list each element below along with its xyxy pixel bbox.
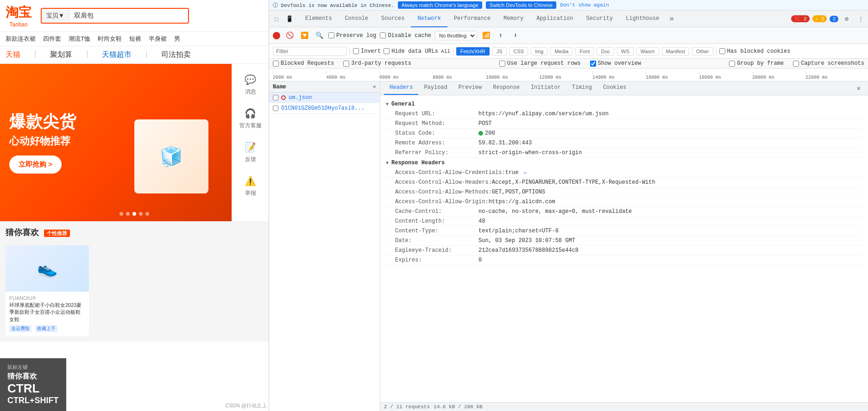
filter-fetch-xhr[interactable]: Fetch/XHR: [456, 47, 490, 56]
banner-cta[interactable]: 立即抢购 >: [9, 156, 62, 174]
always-match-btn[interactable]: Always match Chrome's language: [398, 1, 482, 9]
tab-security[interactable]: Security: [580, 11, 620, 27]
filter-js[interactable]: JS: [492, 47, 507, 56]
record-button[interactable]: [273, 32, 280, 39]
tab-lighthouse[interactable]: Lighthouse: [619, 11, 666, 27]
third-party-checkbox[interactable]: [343, 61, 349, 67]
detail-tab-response[interactable]: Response: [487, 81, 525, 95]
filter-font[interactable]: Font: [575, 47, 594, 56]
download-icon[interactable]: ⬇: [510, 30, 521, 41]
brand-juhuasuan[interactable]: 聚划算: [50, 50, 72, 60]
nav-item[interactable]: 新款连衣裙: [6, 35, 36, 43]
group-frame-label[interactable]: Group by frame: [729, 60, 784, 67]
nav-item[interactable]: 时尚女鞋: [98, 35, 122, 43]
detail-close-btn[interactable]: ✕: [853, 81, 864, 95]
dot-4[interactable]: [139, 212, 143, 216]
wifi-icon[interactable]: 📶: [480, 30, 491, 41]
nav-item[interactable]: 潮流T恤: [69, 35, 90, 43]
general-section-header[interactable]: General: [386, 99, 862, 109]
preserve-log-checkbox[interactable]: [328, 32, 334, 38]
tab-elements[interactable]: Elements: [299, 11, 339, 27]
filter-wasm[interactable]: Wasm: [636, 47, 659, 56]
dont-show-again[interactable]: Don't show again: [560, 2, 609, 8]
hide-data-urls-checkbox[interactable]: [384, 48, 390, 54]
tab-sources[interactable]: Sources: [375, 11, 411, 27]
disable-cache-label[interactable]: Disable cache: [380, 32, 431, 39]
dot-5[interactable]: [145, 212, 149, 216]
brand-tianmao[interactable]: 天猫: [6, 50, 20, 60]
close-detail-btn[interactable]: ✕: [373, 83, 376, 90]
dot-3[interactable]: [132, 212, 136, 216]
dot-1[interactable]: [120, 212, 123, 216]
capture-screenshots-checkbox[interactable]: [793, 61, 799, 67]
device-icon[interactable]: 📱: [284, 13, 295, 25]
filter-img[interactable]: Img: [531, 47, 547, 56]
filter-other[interactable]: Other: [692, 47, 713, 56]
search-icon[interactable]: 🔍: [314, 30, 325, 41]
throttle-select[interactable]: No throttling: [435, 31, 477, 40]
detail-tab-payload[interactable]: Payload: [418, 81, 453, 95]
large-rows-checkbox[interactable]: [499, 61, 505, 67]
nav-item[interactable]: 四件套: [43, 35, 61, 43]
search-input[interactable]: [69, 9, 162, 22]
detail-tab-timing[interactable]: Timing: [566, 81, 598, 95]
edit-icon[interactable]: ✏: [524, 170, 527, 175]
menu-service[interactable]: 🎧 官方客服: [239, 107, 262, 130]
filter-css[interactable]: CSS: [509, 47, 528, 56]
nav-item[interactable]: 男: [174, 35, 180, 43]
tab-performance[interactable]: Performance: [447, 11, 497, 27]
nav-item[interactable]: 半身裙: [149, 35, 167, 43]
tick-0: 2000 ms: [273, 75, 292, 80]
group-frame-checkbox[interactable]: [729, 61, 735, 67]
tab-more[interactable]: »: [666, 15, 678, 23]
filter-icon[interactable]: 🔽: [299, 30, 310, 41]
nav-item[interactable]: 短裤: [129, 35, 141, 43]
menu-feedback[interactable]: 📝 反馈: [244, 141, 257, 163]
menu-message[interactable]: 💬 消息: [244, 73, 257, 96]
tab-console[interactable]: Console: [339, 11, 375, 27]
tab-application[interactable]: Application: [530, 11, 579, 27]
detail-tab-headers[interactable]: Headers: [384, 81, 418, 95]
blocked-requests-label[interactable]: Blocked Requests: [273, 60, 334, 67]
brand-tianmaochaoshi[interactable]: 天猫超市: [102, 50, 132, 60]
brand-paimai[interactable]: 司法拍卖: [161, 50, 191, 60]
settings-icon[interactable]: ⚙: [841, 13, 852, 25]
req-checkbox-2[interactable]: [273, 106, 278, 111]
large-rows-label[interactable]: Use large request rows: [499, 60, 580, 67]
third-party-label[interactable]: 3rd-party requests: [343, 60, 411, 67]
detail-tab-initiator[interactable]: Initiator: [525, 81, 566, 95]
show-overview-checkbox[interactable]: [590, 61, 596, 67]
detail-tab-cookies[interactable]: Cookies: [598, 81, 632, 95]
request-item-um-json[interactable]: um.json: [269, 93, 380, 103]
menu-report[interactable]: ⚠️ 举报: [244, 174, 257, 197]
preserve-log-label[interactable]: Preserve log: [328, 32, 376, 39]
invert-label[interactable]: Invert: [353, 48, 381, 55]
show-overview-label[interactable]: Show overview: [590, 60, 642, 67]
capture-screenshots-label[interactable]: Capture screenshots: [793, 60, 864, 67]
detail-tab-preview[interactable]: Preview: [453, 81, 487, 95]
has-blocked-label[interactable]: Has blocked cookies: [719, 48, 791, 55]
switch-devtools-btn[interactable]: Switch DevTools to Chinese: [486, 1, 556, 9]
more-icon[interactable]: ⋮: [855, 13, 866, 25]
invert-checkbox[interactable]: [353, 48, 359, 54]
filter-input[interactable]: [273, 47, 347, 56]
req-checkbox-1[interactable]: [273, 95, 278, 100]
filter-manifest[interactable]: Manifest: [662, 47, 690, 56]
product-collect[interactable]: 收藏上千: [35, 325, 57, 332]
has-blocked-checkbox[interactable]: [719, 48, 725, 54]
request-item-o1cn[interactable]: O1CN01GZ8Gm51DHyo7asl8...: [269, 103, 380, 114]
clear-icon[interactable]: 🚫: [284, 30, 295, 41]
filter-ws[interactable]: WS: [617, 47, 634, 56]
tab-memory[interactable]: Memory: [497, 11, 530, 27]
disable-cache-checkbox[interactable]: [380, 32, 386, 38]
response-headers-section-header[interactable]: Response Headers: [386, 158, 862, 168]
inspect-icon[interactable]: ⬚: [271, 13, 282, 25]
dot-2[interactable]: [126, 212, 130, 216]
tab-network[interactable]: Network: [411, 11, 447, 27]
hide-data-urls-label[interactable]: Hide data URLs: [384, 48, 438, 55]
filter-media[interactable]: Media: [550, 47, 572, 56]
blocked-requests-checkbox[interactable]: [273, 61, 279, 67]
product-shipping[interactable]: 送运费险: [9, 325, 31, 332]
filter-doc[interactable]: Doc: [597, 47, 614, 56]
upload-icon[interactable]: ⬆: [495, 30, 506, 41]
